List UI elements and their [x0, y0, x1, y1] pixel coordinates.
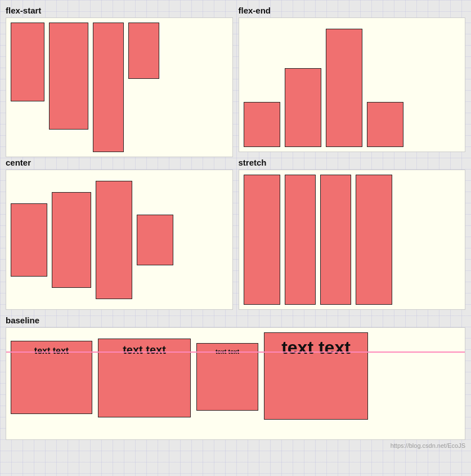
center-item-1 [11, 203, 47, 277]
baseline-box: text text text text text text text text [6, 327, 465, 440]
stretch-label: stretch [239, 158, 466, 167]
watermark: https://blog.csdn.net/EcoJS [6, 442, 465, 449]
center-section: center [6, 158, 233, 310]
center-item-2 [52, 192, 91, 288]
flex-start-label: flex-start [6, 6, 233, 15]
baseline-label: baseline [6, 315, 465, 325]
flex-end-item-4 [367, 102, 403, 147]
flex-start-item-4 [128, 23, 159, 79]
stretch-item-4 [356, 175, 392, 305]
flex-start-section: flex-start [6, 6, 233, 152]
flex-end-item-3 [326, 29, 362, 147]
flex-end-item-1 [244, 102, 280, 147]
stretch-section: stretch [239, 158, 466, 310]
baseline-item-3: text text [196, 343, 258, 411]
baseline-item-2-text: text text [123, 344, 166, 357]
main-grid: flex-start flex-end center stretch [6, 6, 465, 440]
flex-start-box [6, 17, 233, 157]
baseline-item-3-text: text text [216, 348, 239, 355]
flex-end-label: flex-end [239, 6, 466, 15]
baseline-section: baseline text text text text text text t… [6, 315, 465, 440]
stretch-item-2 [285, 175, 316, 305]
flex-start-item-3 [93, 23, 124, 152]
baseline-item-1: text text [11, 341, 92, 414]
stretch-box [239, 170, 466, 310]
flex-end-box [239, 17, 466, 152]
flex-start-item-2 [49, 23, 88, 130]
center-label: center [6, 158, 233, 167]
flex-end-section: flex-end [239, 6, 466, 152]
baseline-item-2: text text [98, 339, 191, 417]
baseline-item-4: text text [264, 332, 368, 420]
center-item-3 [96, 181, 132, 299]
stretch-item-3 [320, 175, 351, 305]
stretch-item-1 [244, 175, 280, 305]
flex-end-item-2 [285, 68, 321, 147]
center-box [6, 170, 233, 310]
flex-start-item-1 [11, 23, 44, 101]
baseline-item-1-text: text text [34, 346, 69, 356]
center-item-4 [137, 215, 173, 265]
baseline-item-4-text: text text [281, 337, 351, 358]
